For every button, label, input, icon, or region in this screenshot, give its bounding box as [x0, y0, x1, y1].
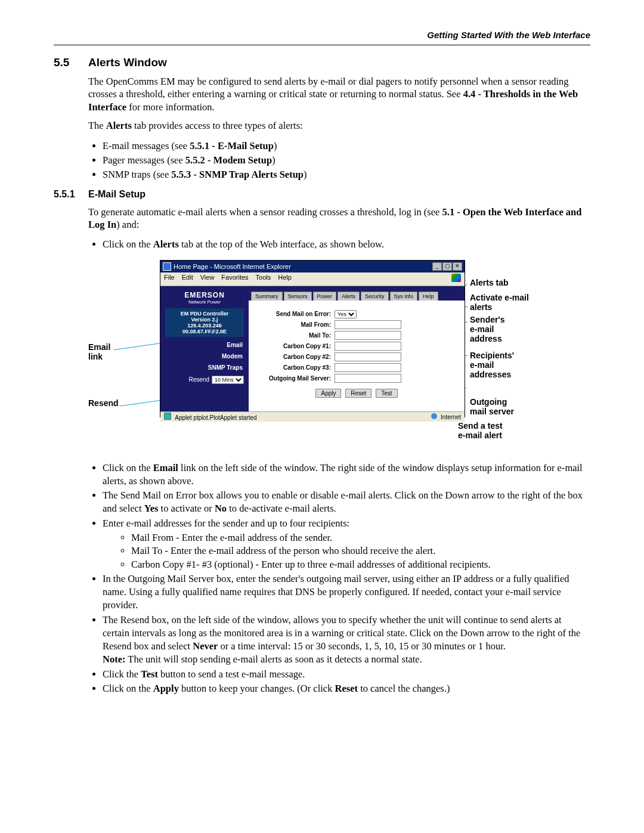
send-mail-select[interactable]: Yes — [335, 310, 357, 318]
callout-email-link: Email link — [88, 342, 110, 361]
test-button[interactable]: Test — [376, 389, 397, 398]
cc1-input[interactable] — [335, 342, 401, 351]
list-item: SNMP traps (see 5.5.3 - SNMP Trap Alerts… — [103, 168, 590, 181]
window-title: Home Page - Microsoft Internet Explorer — [174, 263, 291, 270]
callout-resend: Resend — [88, 398, 119, 408]
nav-snmp-link[interactable]: SNMP Traps — [160, 362, 249, 373]
sidebar: EMERSON Network Power EM PDU Controller … — [160, 287, 249, 411]
mail-from-input[interactable] — [335, 320, 401, 329]
email-setup-form: Send Mail on Error: Yes Mail From: Mail … — [249, 301, 465, 401]
mail-to-input[interactable] — [335, 331, 401, 340]
section-5-5-heading: 5.5 Alerts Window — [54, 56, 590, 69]
list-item: Click on the Email link on the left side… — [103, 462, 590, 488]
tab-sensors[interactable]: Sensors — [284, 292, 312, 301]
list-item: Pager messages (see 5.5.2 - Modem Setup) — [103, 154, 590, 167]
minimize-button[interactable]: _ — [432, 262, 442, 271]
browser-menubar: File Edit View Favorites Tools Help — [160, 272, 465, 286]
window-titlebar: Home Page - Microsoft Internet Explorer … — [160, 261, 465, 272]
resend-control: Resend 10 Mins — [160, 373, 249, 386]
status-text: Applet ptplot.PlotApplet started — [164, 413, 257, 421]
tab-row: Summary Sensors Power Alerts Security Sy… — [249, 287, 465, 301]
list-item: Mail From - Enter the e-mail address of … — [131, 531, 590, 544]
cc2-input[interactable] — [335, 352, 401, 361]
callout-activate-alerts: Activate e-mail alerts — [470, 293, 529, 312]
top-rule — [54, 45, 590, 45]
section-5-5-1-heading: 5.5.1 E-Mail Setup — [54, 189, 590, 200]
list-item: Click the Test button to send a test e-m… — [103, 668, 590, 681]
list-item: Enter e-mail addresses for the sender an… — [103, 517, 590, 571]
nav-modem-link[interactable]: Modem — [160, 351, 249, 362]
section-title: Alerts Window — [88, 56, 167, 69]
nav-email-link[interactable]: Email — [160, 339, 249, 351]
list-item: Click on the Apply button to keep your c… — [103, 682, 590, 695]
apply-button[interactable]: Apply — [315, 389, 341, 398]
app-content: EMERSON Network Power EM PDU Controller … — [160, 286, 465, 411]
sec551-para1: To generate automatic e-mail alerts when… — [88, 206, 590, 231]
list-item: The Send Mail on Error box allows you to… — [103, 489, 590, 516]
device-identification: EM PDU Controller Version 2.j 126.4.203.… — [165, 308, 244, 337]
sec55-para2: The Alerts tab provides access to three … — [88, 119, 590, 132]
resend-select[interactable]: 10 Mins — [212, 376, 244, 384]
cc3-input[interactable] — [335, 363, 401, 372]
sec55-bullet-list: E-mail messages (see 5.5.1 - E-Mail Setu… — [88, 140, 590, 182]
callout-alerts-tab: Alerts tab — [470, 278, 509, 287]
list-item: E-mail messages (see 5.5.1 - E-Mail Setu… — [103, 140, 590, 153]
list-item: Click on the Alerts tab at the top of th… — [103, 238, 590, 251]
sec551-steps-list: Click on the Email link on the left side… — [88, 462, 590, 696]
subsection-number: 5.5.1 — [54, 189, 88, 200]
form-buttons: Apply Reset Test — [253, 389, 460, 398]
running-header: Getting Started With the Web Interface — [54, 30, 590, 40]
document-page: Getting Started With the Web Interface 5… — [0, 0, 644, 833]
screenshot-figure: Email link Resend Alerts tab Activate e-… — [88, 260, 590, 451]
callout-recipients: Recipients' e-mail addresses — [470, 351, 514, 379]
tab-summary[interactable]: Summary — [251, 292, 283, 301]
list-item: Mail To - Enter the e-mail address of th… — [131, 544, 590, 558]
menu-file[interactable]: File — [164, 274, 175, 284]
brand-logo: EMERSON — [160, 291, 249, 299]
tab-help[interactable]: Help — [419, 292, 438, 301]
list-item: The Resend box, on the left side of the … — [103, 614, 590, 667]
section-number: 5.5 — [54, 56, 88, 69]
browser-status-bar: Applet ptplot.PlotApplet started Interne… — [160, 411, 465, 422]
menu-tools[interactable]: Tools — [256, 274, 271, 284]
close-button[interactable]: ✕ — [453, 262, 462, 271]
sec551-body: To generate automatic e-mail alerts when… — [88, 206, 590, 231]
applet-icon — [164, 413, 171, 420]
bottom-whitespace — [54, 702, 590, 833]
ie-logo-icon — [163, 262, 171, 271]
menu-favorites[interactable]: Favorites — [221, 274, 248, 284]
list-item: Carbon Copy #1- #3 (optional) - Enter up… — [131, 558, 590, 571]
sec55-para1: The OpenComms EM may be configured to se… — [88, 75, 590, 113]
subsection-title: E-Mail Setup — [88, 189, 145, 200]
field-send-mail-on-error: Send Mail on Error: Yes — [253, 310, 460, 318]
tab-sysinfo[interactable]: Sys Info — [390, 292, 418, 301]
window-controls: _ ▢ ✕ — [432, 262, 462, 271]
maximize-button[interactable]: ▢ — [442, 262, 452, 271]
brand-subtitle: Network Power — [160, 299, 249, 305]
tab-power[interactable]: Power — [313, 292, 337, 301]
windows-flag-icon — [451, 274, 461, 282]
main-column: Summary Sensors Power Alerts Security Sy… — [249, 287, 465, 411]
zone-indicator: Internet — [431, 413, 461, 420]
tab-alerts[interactable]: Alerts — [338, 292, 360, 301]
reset-button[interactable]: Reset — [345, 389, 371, 398]
callout-outgoing: Outgoing mail server — [470, 397, 514, 416]
callout-sender-addr: Sender's e-mail address — [470, 315, 505, 343]
sec55-body: The OpenComms EM may be configured to se… — [88, 75, 590, 132]
browser-window: Home Page - Microsoft Internet Explorer … — [160, 260, 465, 417]
outgoing-server-input[interactable] — [335, 374, 401, 383]
globe-icon — [431, 413, 437, 419]
menu-view[interactable]: View — [200, 274, 215, 284]
nested-list: Mail From - Enter the e-mail address of … — [103, 531, 590, 571]
list-item: In the Outgoing Mail Server box, enter t… — [103, 572, 590, 612]
sec551-step1-list: Click on the Alerts tab at the top of th… — [88, 238, 590, 251]
callout-test-alert: Send a test e-mail alert — [458, 421, 503, 440]
menu-edit[interactable]: Edit — [182, 274, 193, 284]
tab-security[interactable]: Security — [361, 292, 389, 301]
menu-help[interactable]: Help — [278, 274, 292, 284]
resend-label: Resend — [189, 376, 209, 383]
